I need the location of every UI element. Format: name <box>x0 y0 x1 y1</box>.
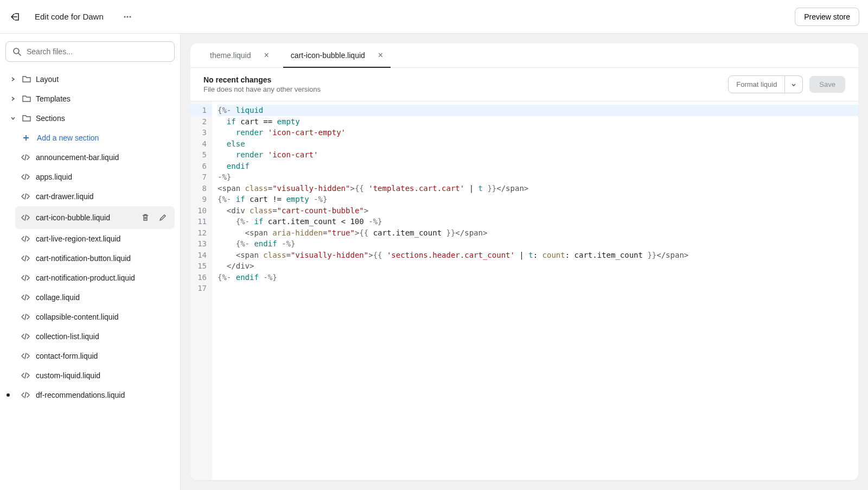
dots-horizontal-icon <box>123 12 132 22</box>
svg-point-1 <box>126 16 128 17</box>
code-file-icon <box>21 332 30 341</box>
line-number: 15 <box>190 260 212 272</box>
more-actions-button[interactable] <box>119 8 136 26</box>
chevron-down-icon <box>9 116 17 121</box>
code-file-icon <box>21 172 30 182</box>
file-item[interactable]: collage.liquid <box>15 288 175 307</box>
code-file-icon <box>21 371 30 380</box>
tab-label: cart-icon-bubble.liquid <box>291 51 365 60</box>
file-item[interactable]: cart-icon-bubble.liquid <box>15 206 175 229</box>
file-item[interactable]: df-recommendations.liquid <box>15 385 175 405</box>
search-wrap <box>5 41 175 62</box>
line-number: 14 <box>190 250 212 261</box>
file-name: custom-liquid.liquid <box>36 371 100 380</box>
code-line[interactable]: if cart == empty <box>218 116 858 128</box>
file-item[interactable]: contact-form.liquid <box>15 346 175 366</box>
file-item[interactable]: collapsible-content.liquid <box>15 307 175 327</box>
changes-title: No recent changes <box>203 75 728 84</box>
back-button[interactable] <box>9 10 22 23</box>
code-file-icon <box>21 292 30 302</box>
code-line[interactable]: </div> <box>218 260 858 272</box>
rename-file-button[interactable] <box>156 211 169 224</box>
code-line[interactable]: render 'icon-cart-empty' <box>218 127 858 138</box>
code-line[interactable]: <span class="visually-hidden">{{ 'templa… <box>218 183 858 194</box>
line-number: 6 <box>190 161 212 172</box>
code-line[interactable]: {%- endif -%} <box>218 238 858 250</box>
file-name: collapsible-content.liquid <box>36 313 119 321</box>
file-name: collection-list.liquid <box>36 332 99 341</box>
file-name: cart-drawer.liquid <box>36 192 94 201</box>
search-icon <box>12 47 22 56</box>
add-section-label: Add a new section <box>37 133 99 142</box>
line-number: 8 <box>190 183 212 194</box>
file-item[interactable]: cart-drawer.liquid <box>15 187 175 206</box>
line-number: 16 <box>190 272 212 283</box>
format-group: Format liquid <box>728 75 803 93</box>
toolbar-left: No recent changes File does not have any… <box>203 75 728 93</box>
unsaved-dot-icon <box>7 393 10 397</box>
code-body[interactable]: {%- liquid if cart == empty render 'icon… <box>212 101 858 480</box>
code-line[interactable]: <span aria-hidden="true">{{ cart.item_co… <box>218 227 858 239</box>
code-file-icon <box>21 273 30 283</box>
add-section-button[interactable]: Add a new section <box>15 128 175 148</box>
file-name: announcement-bar.liquid <box>36 153 119 162</box>
code-file-icon <box>21 213 30 222</box>
code-file-icon <box>21 152 30 162</box>
chevron-down-icon <box>790 81 797 88</box>
exit-icon <box>10 11 21 22</box>
file-item[interactable]: cart-notification-button.liquid <box>15 249 175 268</box>
chevron-right-icon <box>9 77 17 82</box>
preview-store-button[interactable]: Preview store <box>795 8 859 26</box>
svg-point-0 <box>124 16 125 17</box>
line-number: 9 <box>190 194 212 205</box>
tab-label: theme.liquid <box>210 51 251 60</box>
changes-subtitle: File does not have any other versions <box>203 85 728 93</box>
svg-point-2 <box>129 16 131 17</box>
code-line[interactable]: <span class="visually-hidden">{{ 'sectio… <box>218 250 858 261</box>
file-item[interactable]: cart-live-region-text.liquid <box>15 229 175 249</box>
code-editor[interactable]: 1234567891011121314151617 {%- liquid if … <box>190 101 858 480</box>
code-line[interactable]: {%- if cart.item_count < 100 -%} <box>218 216 858 227</box>
folder-label: Sections <box>36 114 65 123</box>
file-item[interactable]: custom-liquid.liquid <box>15 366 175 385</box>
code-line[interactable]: {%- endif -%} <box>218 272 858 283</box>
code-file-icon <box>21 234 30 244</box>
format-dropdown-button[interactable] <box>785 75 803 93</box>
code-line[interactable]: endif <box>218 161 858 172</box>
file-name: collage.liquid <box>36 293 80 302</box>
editor-tab[interactable]: cart-icon-bubble.liquid× <box>280 43 394 67</box>
tab-close-button[interactable]: × <box>378 51 383 60</box>
file-item[interactable]: announcement-bar.liquid <box>15 148 175 167</box>
folder-layout[interactable]: Layout <box>5 69 175 89</box>
tab-close-button[interactable]: × <box>264 51 269 60</box>
line-number: 4 <box>190 138 212 150</box>
folder-templates[interactable]: Templates <box>5 89 175 109</box>
search-input[interactable] <box>5 41 175 62</box>
code-line[interactable]: {%- liquid <box>218 105 858 116</box>
file-item[interactable]: cart-notification-product.liquid <box>15 268 175 288</box>
content-area: theme.liquid×cart-icon-bubble.liquid× No… <box>181 34 868 490</box>
delete-file-button[interactable] <box>139 211 152 224</box>
code-file-icon <box>21 312 30 322</box>
code-line[interactable] <box>218 283 858 294</box>
file-name: apps.liquid <box>36 173 72 181</box>
editor-tab[interactable]: theme.liquid× <box>199 43 280 67</box>
file-name: contact-form.liquid <box>36 352 98 360</box>
save-button[interactable]: Save <box>809 76 845 93</box>
file-sidebar: Layout Templates Sections Add a new sect… <box>0 34 181 490</box>
folder-icon <box>22 113 31 123</box>
line-number: 12 <box>190 227 212 239</box>
header-right: Preview store <box>795 8 859 26</box>
format-liquid-button[interactable]: Format liquid <box>728 75 785 93</box>
code-line[interactable]: else <box>218 138 858 150</box>
file-item[interactable]: apps.liquid <box>15 167 175 187</box>
line-number: 2 <box>190 116 212 128</box>
file-name: cart-notification-product.liquid <box>36 273 135 282</box>
code-line[interactable]: render 'icon-cart' <box>218 149 858 161</box>
folder-sections[interactable]: Sections <box>5 109 175 128</box>
code-line[interactable]: {%- if cart != empty -%} <box>218 194 858 205</box>
line-number: 10 <box>190 205 212 217</box>
code-line[interactable]: -%} <box>218 171 858 183</box>
file-item[interactable]: collection-list.liquid <box>15 327 175 346</box>
code-line[interactable]: <div class="cart-count-bubble"> <box>218 205 858 217</box>
